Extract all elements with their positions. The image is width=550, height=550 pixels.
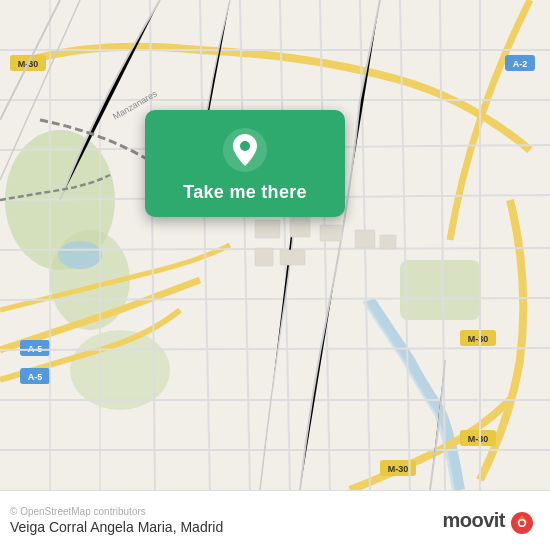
map-background: A-5 A-5 M-30 M-30 M-30 M-30 A-2 [0, 0, 550, 490]
take-me-button-label: Take me there [183, 182, 307, 203]
svg-rect-44 [280, 250, 305, 265]
svg-rect-41 [290, 215, 310, 237]
svg-text:M-30: M-30 [388, 464, 409, 474]
svg-rect-40 [255, 220, 280, 238]
map-attribution: © OpenStreetMap contributors Veiga Corra… [10, 506, 223, 535]
location-pin-icon [223, 128, 267, 172]
bottom-bar: © OpenStreetMap contributors Veiga Corra… [0, 490, 550, 550]
moovit-logo-text: moovit [442, 509, 505, 532]
location-name: Veiga Corral Angela Maria, Madrid [10, 519, 223, 535]
svg-text:M-30: M-30 [468, 434, 489, 444]
take-me-card[interactable]: Take me there [145, 110, 345, 217]
svg-rect-42 [320, 225, 342, 241]
svg-text:M-30: M-30 [468, 334, 489, 344]
svg-text:A-2: A-2 [513, 59, 528, 69]
svg-text:A-5: A-5 [28, 372, 43, 382]
svg-rect-45 [355, 230, 375, 248]
moovit-logo: moovit [442, 507, 536, 535]
svg-point-49 [240, 141, 250, 151]
moovit-logo-icon [508, 507, 536, 535]
svg-point-5 [58, 241, 102, 269]
map-container: A-5 A-5 M-30 M-30 M-30 M-30 A-2 [0, 0, 550, 490]
svg-point-52 [520, 520, 525, 525]
svg-rect-46 [380, 235, 396, 249]
svg-rect-3 [400, 260, 480, 320]
osm-credit: © OpenStreetMap contributors [10, 506, 223, 517]
svg-rect-43 [255, 248, 273, 266]
